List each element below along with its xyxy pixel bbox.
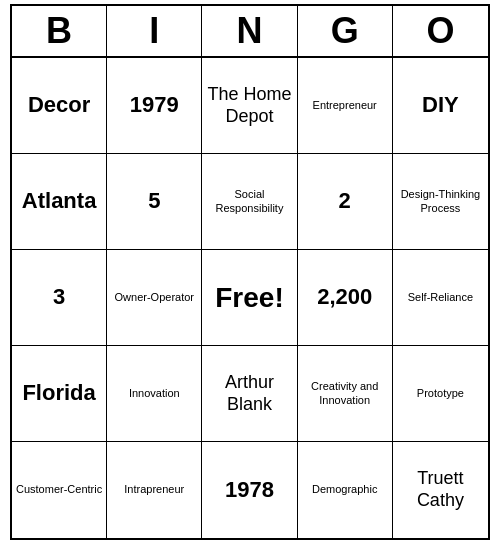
bingo-cell: Social Responsibility [202,154,297,250]
bingo-cell: 2 [298,154,393,250]
bingo-grid: Decor1979The Home DepotEntrepreneurDIYAt… [12,58,488,538]
bingo-cell: 5 [107,154,202,250]
bingo-cell: Truett Cathy [393,442,488,538]
header-letter: B [12,6,107,56]
bingo-cell: Creativity and Innovation [298,346,393,442]
bingo-cell: Decor [12,58,107,154]
bingo-cell: Self-Reliance [393,250,488,346]
header-letter: N [202,6,297,56]
bingo-cell: Customer-Centric [12,442,107,538]
bingo-cell: Entrepreneur [298,58,393,154]
header-letter: I [107,6,202,56]
bingo-cell: Prototype [393,346,488,442]
bingo-cell: Arthur Blank [202,346,297,442]
header-letter: G [298,6,393,56]
bingo-cell: The Home Depot [202,58,297,154]
bingo-cell: Owner-Operator [107,250,202,346]
bingo-cell: Florida [12,346,107,442]
bingo-cell: Free! [202,250,297,346]
bingo-cell: Demographic [298,442,393,538]
bingo-cell: Atlanta [12,154,107,250]
bingo-header: BINGO [12,6,488,58]
bingo-cell: 1979 [107,58,202,154]
bingo-cell: DIY [393,58,488,154]
header-letter: O [393,6,488,56]
bingo-cell: 1978 [202,442,297,538]
bingo-cell: Design-Thinking Process [393,154,488,250]
bingo-cell: Innovation [107,346,202,442]
bingo-card: BINGO Decor1979The Home DepotEntrepreneu… [10,4,490,540]
bingo-cell: 3 [12,250,107,346]
bingo-cell: 2,200 [298,250,393,346]
bingo-cell: Intrapreneur [107,442,202,538]
